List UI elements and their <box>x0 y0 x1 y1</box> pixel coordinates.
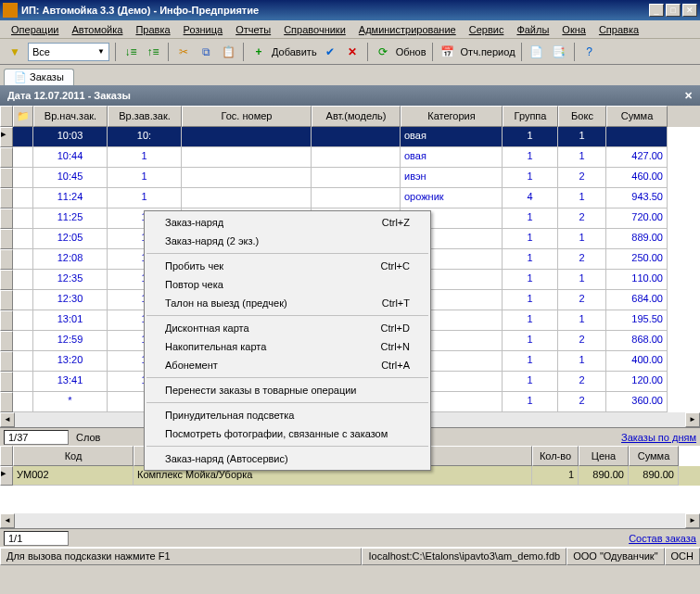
menu-service[interactable]: Сервис <box>464 22 510 37</box>
funnel-icon[interactable]: ▼ <box>6 43 24 61</box>
delete-icon[interactable]: ✕ <box>343 43 362 61</box>
order-content-link[interactable]: Состав заказа <box>629 533 696 544</box>
sort-asc-icon[interactable]: ↓≡ <box>121 43 140 61</box>
menu-carwash[interactable]: Автомойка <box>66 22 128 37</box>
row-indicator <box>0 290 13 310</box>
table-row[interactable]: 11:241орожник41943.50 <box>0 188 700 209</box>
ctx-item[interactable]: Накопительная картаCtrl+N <box>145 337 430 356</box>
dcol-qty[interactable]: Кол-во <box>532 446 579 466</box>
table-row[interactable]: 10:451ивэн12460.00 <box>0 168 700 188</box>
menu-edit[interactable]: Правка <box>130 22 175 37</box>
ctx-item[interactable]: Повтор чека <box>145 275 430 294</box>
row-indicator <box>0 351 13 372</box>
row-indicator <box>0 209 13 229</box>
tabstrip: 📄 Заказы <box>0 65 700 85</box>
status-org: ООО "Одуванчик" <box>566 548 664 565</box>
ctx-item[interactable]: Перенести заказы в товарные операции <box>145 381 430 399</box>
dcol-ind[interactable] <box>0 446 13 466</box>
help-icon[interactable]: ? <box>580 43 599 61</box>
ctx-item[interactable]: Заказ-наряд (Автосервис) <box>145 449 430 468</box>
col-model[interactable]: Авт.(модель) <box>312 106 401 127</box>
menu-admin[interactable]: Администрирование <box>353 22 462 37</box>
cut-icon[interactable]: ✂ <box>174 43 193 61</box>
toolbar: ▼ Все▼ ↓≡ ↑≡ ✂ ⧉ 📋 + Добавить ✔ ✕ ⟳ Обно… <box>0 39 700 65</box>
tab-orders[interactable]: 📄 Заказы <box>4 69 74 85</box>
status-path: Iocalhost:C:\Etalons\ipavto3\am_demo.fdb <box>362 548 566 565</box>
calendar-icon[interactable]: 📅 <box>439 43 457 61</box>
ctx-item[interactable]: Дисконтная картаCtrl+D <box>145 319 430 337</box>
detail-h-scrollbar[interactable]: ◄► <box>0 513 700 528</box>
menu-operations[interactable]: Операции <box>6 22 64 37</box>
period-button[interactable]: Отч.период <box>461 46 515 57</box>
row-indicator <box>0 331 13 351</box>
ctx-item[interactable]: Посмотреть фотографии, связанные с заказ… <box>145 424 430 443</box>
context-menu: Заказ-нарядCtrl+ZЗаказ-наряд (2 экз.)Про… <box>144 210 431 471</box>
row-indicator <box>0 310 13 331</box>
detail-counter: 1/1 <box>4 531 69 546</box>
col-start[interactable]: Вр.нач.зак. <box>33 106 108 127</box>
close-button[interactable]: ✕ <box>682 4 697 17</box>
drow-indicator: ▸ <box>0 466 13 486</box>
filter-combo[interactable]: Все▼ <box>28 43 109 61</box>
dcol-price[interactable]: Цена <box>579 446 629 466</box>
row-indicator <box>0 188 13 209</box>
menu-reports[interactable]: Отчеты <box>230 22 276 37</box>
col-folder[interactable]: 📁 <box>13 106 33 127</box>
panel-close-icon[interactable]: ✕ <box>684 90 693 102</box>
table-row[interactable]: ▸10:0310:овая11 <box>0 127 700 147</box>
check-icon[interactable]: ✔ <box>321 43 339 61</box>
dcol-code[interactable]: Код <box>13 446 134 466</box>
menu-files[interactable]: Файлы <box>511 22 554 37</box>
row-indicator <box>0 147 13 168</box>
dcell-price: 890.00 <box>579 466 629 486</box>
col-plate[interactable]: Гос. номер <box>182 106 312 127</box>
statusbar: Для вызова подсказки нажмите F1 Iocalhos… <box>0 547 700 565</box>
copy-icon[interactable]: ⧉ <box>197 43 215 61</box>
dcol-sum[interactable]: Сумма <box>629 446 679 466</box>
row-indicator: ▸ <box>0 127 13 147</box>
row-indicator <box>0 229 13 249</box>
orders-by-day-link[interactable]: Заказы по дням <box>621 432 696 443</box>
ctx-item[interactable]: Пробить чекCtrl+C <box>145 257 430 275</box>
panel-header: Дата 12.07.2011 - Заказы ✕ <box>0 85 700 106</box>
menu-retail[interactable]: Розница <box>178 22 229 37</box>
ctx-item[interactable]: Заказ-нарядCtrl+Z <box>145 213 430 232</box>
col-group[interactable]: Группа <box>503 106 558 127</box>
col-category[interactable]: Категория <box>401 106 503 127</box>
add-button[interactable]: Добавить <box>272 46 317 57</box>
panel-title: Дата 12.07.2011 - Заказы <box>7 90 131 101</box>
menu-windows[interactable]: Окна <box>556 22 592 37</box>
menubar: Операции Автомойка Правка Розница Отчеты… <box>0 20 700 39</box>
app-icon <box>3 3 18 18</box>
col-sum[interactable]: Сумма <box>606 106 668 127</box>
ctx-item[interactable]: Принудительная подсветка <box>145 406 430 424</box>
minimize-button[interactable]: _ <box>649 4 664 17</box>
menu-help[interactable]: Справка <box>593 22 644 37</box>
refresh-icon[interactable]: ⟳ <box>374 43 392 61</box>
row-counter: 1/37 <box>4 430 69 445</box>
col-end[interactable]: Вр.зав.зак. <box>108 106 182 127</box>
row-indicator <box>0 270 13 290</box>
ctx-item[interactable]: Заказ-наряд (2 экз.) <box>145 232 430 250</box>
maximize-button[interactable]: □ <box>666 4 681 17</box>
status-hint: Для вызова подсказки нажмите F1 <box>0 548 362 565</box>
paste-icon[interactable]: 📋 <box>219 43 237 61</box>
col-indicator[interactable] <box>0 106 13 127</box>
row-indicator <box>0 168 13 188</box>
grid-header: 📁 Вр.нач.зак. Вр.зав.зак. Гос. номер Авт… <box>0 106 700 127</box>
ctx-item[interactable]: Талон на выезд (предчек)Ctrl+T <box>145 294 430 312</box>
refresh-button[interactable]: Обнов <box>396 46 426 57</box>
sort-desc-icon[interactable]: ↑≡ <box>144 43 162 61</box>
row-indicator <box>0 372 13 392</box>
doc1-icon[interactable]: 📄 <box>528 43 546 61</box>
menu-refs[interactable]: Справочники <box>278 22 351 37</box>
row-indicator <box>0 392 13 412</box>
add-icon[interactable]: + <box>249 43 268 61</box>
ctx-item[interactable]: АбонементCtrl+A <box>145 356 430 374</box>
doc2-icon[interactable]: 📑 <box>550 43 568 61</box>
col-box[interactable]: Бокс <box>558 106 606 127</box>
detail-footer: 1/1 Состав заказа <box>0 528 700 547</box>
dcell-code: УМ002 <box>13 466 134 486</box>
table-row[interactable]: 10:441овая11427.00 <box>0 147 700 168</box>
status-mode: ОСН <box>665 548 700 565</box>
